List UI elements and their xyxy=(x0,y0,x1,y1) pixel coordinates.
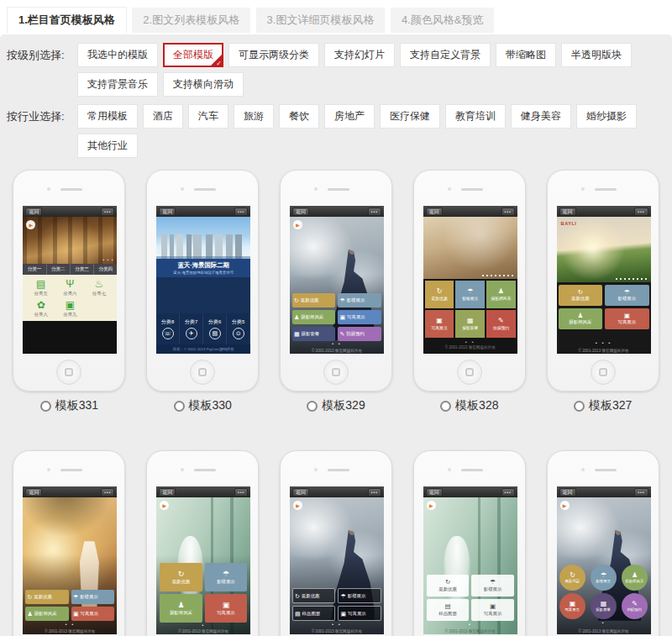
filter-other[interactable]: 其他行业 xyxy=(77,134,138,158)
template-preview-326[interactable]: 返回 ••• ↻最新优惠 ☂影楼展示 ♟摄影师风采 ▣写真展示 • • © 20… xyxy=(23,486,117,634)
umbrella-icon: ☂ xyxy=(467,288,473,295)
filter-all-templates[interactable]: 全部模版✓ xyxy=(163,43,223,67)
home-button xyxy=(190,360,215,385)
level-filter-row: 按级别选择: 我选中的模版 全部模版✓ 可显示两级分类 支持幻灯片 支持自定义背… xyxy=(0,43,672,97)
umbrella-icon: ☂ xyxy=(601,572,606,579)
filter-education[interactable]: 教育培训 xyxy=(445,104,506,129)
menu-dots-icon: ••• xyxy=(234,208,248,216)
speaker-slot xyxy=(194,469,216,471)
filter-two-level[interactable]: 可显示两级分类 xyxy=(228,43,319,67)
template-preview-329[interactable]: 返回 ••• ▶ ↻最新优惠 ☂影楼展示 ♟摄影师风采 ▣写真展示 ▦摄影套餐 xyxy=(290,206,384,354)
phone-mockup: 返回 ••• ↻最新优惠 ☂影楼展示 ♟摄影师风采 ▣写真展示 xyxy=(413,170,526,392)
template-radio-330[interactable] xyxy=(174,401,185,412)
page-dots: • • xyxy=(23,622,117,627)
template-grid: 返回 ••• ▶ • • • 分类一分类二分类三分类四 ▤分类五 xyxy=(0,170,672,636)
music-icon: ▶ xyxy=(160,501,169,510)
copyright-text: © 2001-2013 微官网版权所有 xyxy=(23,629,117,633)
city-photo xyxy=(156,217,250,259)
tab-column-home-style[interactable]: 1.栏目首页模板风格 xyxy=(7,7,127,33)
umbrella-icon: ☂ xyxy=(339,297,344,303)
page-dots: • xyxy=(423,622,517,627)
template-radio-331[interactable] xyxy=(40,401,51,412)
filter-my-templates[interactable]: 我选中的模版 xyxy=(77,43,158,67)
filter-travel[interactable]: 旅游 xyxy=(234,104,274,129)
filter-bg-music[interactable]: 支持背景音乐 xyxy=(77,72,158,97)
circle-menu: ↻最新优惠 ☂影楼展示 ♟摄影师风采 ▣写真展示 ▦摄影套餐 ✎拍摄预约 xyxy=(559,565,649,619)
tab-color-preview[interactable]: 4.颜色风格&预览 xyxy=(391,8,495,33)
filter-wedding[interactable]: 婚纱摄影 xyxy=(576,104,637,129)
template-card-325: 返回 ••• ▶ ↻最新优惠 ☂影楼展示 ♟摄影师风采 ▣写真展示 • xyxy=(136,450,270,636)
stamp-icon: ▣ xyxy=(73,611,79,617)
screen-body: ↻最新优惠 ☂影楼展示 ♟摄影师风采 ▣写真展示 ▦摄影套餐 ✎拍摄预约 • •… xyxy=(423,217,517,354)
filter-fitness[interactable]: 健身美容 xyxy=(511,104,571,129)
camera-dot xyxy=(314,187,318,191)
page-dots: • • xyxy=(290,341,384,346)
back-button: 返回 xyxy=(292,208,309,216)
category-nav: 分类一分类二分类三分类四 xyxy=(23,264,117,275)
filter-car[interactable]: 汽车 xyxy=(188,104,228,129)
filter-translucent[interactable]: 半透明版块 xyxy=(561,43,632,67)
filter-common[interactable]: 常用模板 xyxy=(77,104,138,129)
back-button: 返回 xyxy=(25,208,42,216)
icon-menu: ▤分类五 Ψ分类六 ♨分类七 ✿分类八 ▣分类九 xyxy=(23,275,117,321)
wechat-titlebar: 返回 ••• xyxy=(423,486,517,497)
tab-list-style[interactable]: 2.图文列表模板风格 xyxy=(132,8,250,33)
stamp-icon: ▣ xyxy=(436,318,443,324)
template-preview-325[interactable]: 返回 ••• ▶ ↻最新优惠 ☂影楼展示 ♟摄影师风采 ▣写真展示 • xyxy=(156,486,250,634)
filter-medical[interactable]: 医疗保健 xyxy=(380,104,440,129)
back-button: 返回 xyxy=(159,488,176,497)
template-radio-329[interactable] xyxy=(307,401,318,412)
phone-mockup: 返回 ••• ▶ ↻最新优惠 ☂影楼展示 ▤样品图册 ▣写真展示 • © 200… xyxy=(413,450,526,636)
template-preview-324[interactable]: 返回 ••• ▶ ↻最新优惠 ☂影楼展示 ▤样品图册 ▣写真展示 • xyxy=(290,486,384,634)
speaker-slot xyxy=(60,188,82,191)
filter-custom-bg[interactable]: 支持自定义背景 xyxy=(400,43,491,67)
speaker-slot xyxy=(595,469,617,471)
content-panel: 按级别选择: 我选中的模版 全部模版✓ 可显示两级分类 支持幻灯片 支持自定义背… xyxy=(0,34,672,636)
umbrella-icon: ☂ xyxy=(624,289,630,296)
template-radio-327[interactable] xyxy=(574,401,585,412)
tab-detail-style[interactable]: 3.图文详细页模板风格 xyxy=(256,8,386,33)
filter-slideshow[interactable]: 支持幻灯片 xyxy=(324,43,395,67)
speaker-slot xyxy=(328,188,349,191)
pencil-icon: ✎ xyxy=(339,331,344,337)
offer-icon: ↻ xyxy=(295,593,300,599)
contact-card-icon: ▣ xyxy=(55,300,85,311)
page-dots: • • xyxy=(425,339,516,344)
template-preview-331[interactable]: 返回 ••• ▶ • • • 分类一分类二分类三分类四 ▤分类五 xyxy=(23,206,117,354)
industry-filter-label: 按行业选择: xyxy=(7,104,77,124)
slider-dots xyxy=(616,278,648,280)
menu-dots-icon: ••• xyxy=(634,208,648,216)
filter-horizontal-slide[interactable]: 支持横向滑动 xyxy=(163,72,244,97)
template-preview-327[interactable]: 返回 ••• BAYLI ↻最新优惠 ☂影楼展示 ♟摄影师风采 xyxy=(557,206,651,354)
back-button: 返回 xyxy=(292,488,309,497)
template-preview-330[interactable]: 返回 ••• 蓝天·海景国际二期 蓝天·海景国际绝版地段滨海尊贵华宅 xyxy=(156,206,250,354)
phone-mockup: 返回 ••• ▶ ↻最新优惠 ☂影楼展示 ▤样品图册 ▣写真展示 • xyxy=(280,450,392,636)
phone-mockup: 返回 ••• 蓝天·海景国际二期 蓝天·海景国际绝版地段滨海尊贵华宅 xyxy=(146,170,259,392)
music-icon: ▶ xyxy=(427,501,436,510)
speaker-slot xyxy=(461,469,483,471)
filter-food[interactable]: 餐饮 xyxy=(279,104,319,129)
industry-filter-options: 常用模板 酒店 汽车 旅游 餐饮 房地产 医疗保健 教育培训 健身美容 婚纱摄影… xyxy=(77,104,672,158)
page-dots: • xyxy=(156,623,250,628)
offer-icon: ↻ xyxy=(578,289,583,296)
phone-mockup: 返回 ••• ▶ ↻最新优惠 ☂影楼展示 ♟摄影师风采 ▣写真展示 ▦摄影套餐 xyxy=(547,450,659,636)
template-card-322: 返回 ••• ▶ ↻最新优惠 ☂影楼展示 ♟摄影师风采 ▣写真展示 ▦摄影套餐 xyxy=(536,450,669,636)
filter-realestate[interactable]: 房地产 xyxy=(324,104,375,129)
template-preview-328[interactable]: 返回 ••• ↻最新优惠 ☂影楼展示 ♟摄影师风采 ▣写真展示 xyxy=(423,206,517,354)
globe-icon: ✈ xyxy=(186,328,197,339)
template-radio-328[interactable] xyxy=(440,401,451,412)
offer-icon: ↻ xyxy=(294,297,299,303)
filter-thumbnail[interactable]: 带缩略图 xyxy=(496,43,556,67)
template-preview-322[interactable]: 返回 ••• ▶ ↻最新优惠 ☂影楼展示 ♟摄影师风采 ▣写真展示 ▦摄影套餐 xyxy=(557,486,651,634)
umbrella-icon: ☂ xyxy=(340,593,345,599)
menu-dots-icon: ••• xyxy=(101,488,114,497)
filter-hotel[interactable]: 酒店 xyxy=(143,104,183,129)
stamp-icon: ▣ xyxy=(624,313,630,319)
sky-dress-photo: ▶ ↻最新优惠 ☂影楼展示 ♟摄影师风采 ▣写真展示 ▦摄影套餐 ✎拍摄预约 • xyxy=(557,497,651,634)
tile-menu: ↻最新优惠 ☂影楼展示 ♟摄影师风采 ▣写真展示 • • • © 2001-20… xyxy=(557,282,651,354)
phone-icon: ☏ xyxy=(162,328,174,339)
music-icon: ▶ xyxy=(26,220,35,229)
screen-body: 蓝天·海景国际二期 蓝天·海景国际绝版地段滨海尊贵华宅 分类8☏ 分类7✈ 分类… xyxy=(156,217,250,354)
template-preview-323[interactable]: 返回 ••• ▶ ↻最新优惠 ☂影楼展示 ▤样品图册 ▣写真展示 • © 200… xyxy=(423,486,517,634)
back-button: 返回 xyxy=(159,208,176,216)
